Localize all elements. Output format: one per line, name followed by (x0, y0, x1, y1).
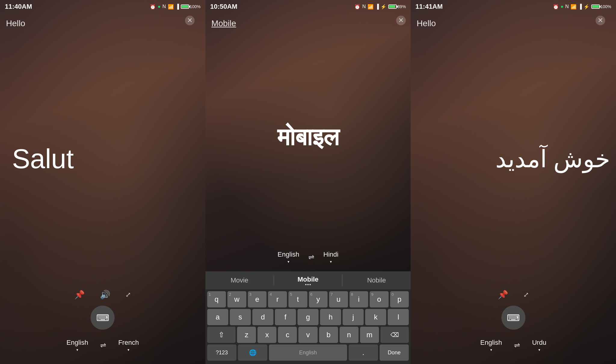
content-inner-mid: 10:50AM ⏰ N 📶 ▐ ⚡ 89% Mobile ✕ (205, 0, 411, 271)
key-t[interactable]: 5t (288, 291, 307, 307)
keyboard-rows: 1q 2w 3e 4r 5t 6y 7u (205, 289, 411, 364)
n-icon: N (162, 4, 166, 9)
key-b[interactable]: b (319, 327, 338, 343)
lang-to-mid[interactable]: Hindi ▾ (323, 251, 338, 264)
content-right: Hello ✕ خوش آمدید (411, 13, 616, 290)
key-j[interactable]: j (343, 309, 364, 325)
key-e[interactable]: 3e (248, 291, 267, 307)
key-v[interactable]: v (298, 327, 317, 343)
whatsapp-icon-right: ● (561, 4, 564, 9)
lang-to-arrow-right: ▾ (538, 348, 540, 352)
swap-icon-right[interactable]: ⇌ (514, 341, 520, 350)
lang-to-left[interactable]: French ▾ (118, 339, 139, 352)
screen-middle: 10:50AM ⏰ N 📶 ▐ ⚡ 89% Mobile ✕ (205, 0, 411, 364)
key-r[interactable]: 4r (268, 291, 287, 307)
n-icon-right: N (565, 4, 569, 9)
lang-from-mid[interactable]: English ▾ (278, 251, 299, 264)
key-s[interactable]: s (230, 309, 251, 325)
key-w[interactable]: 2w (227, 291, 246, 307)
signal-icon-right: ▐ (578, 4, 582, 9)
key-f[interactable]: f (275, 309, 296, 325)
key-d[interactable]: d (252, 309, 273, 325)
suggestions-bar: Movie Mobile Nobile (205, 271, 411, 289)
key-i[interactable]: 8i (350, 291, 368, 307)
lang-from-left[interactable]: English ▾ (66, 339, 88, 352)
key-l[interactable]: l (388, 309, 409, 325)
screen-right: 11:41AM ⏰ ● N 📶 ▐ ⚡ 100% Hello ✕ خوش آمد… (411, 0, 616, 364)
translation-area-left: Salut (6, 28, 199, 290)
key-w-wrap: 2w (227, 291, 246, 307)
keyboard-content: 10:50AM ⏰ N 📶 ▐ ⚡ 89% Mobile ✕ (205, 0, 411, 271)
key-p-wrap: 0p (390, 291, 409, 307)
whatsapp-icon: ● (158, 4, 161, 9)
numbers-key[interactable]: ?123 (207, 344, 237, 361)
globe-key[interactable]: 🌐 (238, 344, 267, 361)
bottom-controls-left: 📌 🔊 ⤢ ⌨ English ▾ ⇌ French ▾ (0, 290, 205, 364)
action-icons-right: 📌 ⤢ (411, 290, 616, 300)
key-a[interactable]: a (207, 309, 228, 325)
signal-icon-mid: ▐ (375, 4, 379, 9)
key-t-wrap: 5t (288, 291, 307, 307)
key-g[interactable]: g (297, 309, 319, 325)
key-z[interactable]: z (237, 327, 256, 343)
sound-icon-left[interactable]: 🔊 (100, 290, 110, 300)
key-h[interactable]: h (320, 309, 341, 325)
space-key[interactable]: English (269, 344, 347, 361)
keyboard-btn-right[interactable]: ⌨ (501, 306, 525, 330)
shift-key[interactable]: ⇧ (207, 327, 236, 343)
status-bar-mid: 10:50AM ⏰ N 📶 ▐ ⚡ 89% (205, 0, 411, 13)
translated-text-left: Salut (12, 143, 74, 174)
key-row-4: ?123 🌐 English . Done (207, 344, 409, 361)
key-o[interactable]: 9o (370, 291, 389, 307)
battery-right: 100% (591, 4, 611, 9)
status-icons-left: ⏰ ● N 📶 ▐ 100% (150, 4, 200, 10)
pin-icon-right[interactable]: 📌 (498, 290, 508, 300)
key-m[interactable]: m (360, 327, 379, 343)
done-key[interactable]: Done (380, 344, 409, 361)
key-u[interactable]: 7u (329, 291, 348, 307)
bolt-icon-mid: ⚡ (380, 4, 387, 10)
pin-icon-left[interactable]: 📌 (74, 290, 85, 300)
key-p[interactable]: 0p (390, 291, 409, 307)
key-x[interactable]: x (257, 327, 276, 343)
word-label-right: Hello (417, 19, 436, 28)
signal-icon: ▐ (176, 4, 179, 9)
key-y-wrap: 6y (309, 291, 328, 307)
language-bar-right: English ▾ ⇌ Urdu ▾ (411, 336, 616, 358)
suggestion-movie[interactable]: Movie (205, 275, 274, 285)
lang-from-arrow-right: ▾ (490, 348, 492, 352)
lang-to-right[interactable]: Urdu ▾ (532, 339, 547, 352)
lang-from-right[interactable]: English ▾ (480, 339, 502, 352)
key-c[interactable]: c (278, 327, 297, 343)
translation-area-right: خوش آمدید (417, 28, 610, 290)
key-row-1: 1q 2w 3e 4r 5t 6y 7u (207, 291, 409, 307)
suggestion-nobile[interactable]: Nobile (342, 275, 411, 285)
status-bar-right: 11:41AM ⏰ ● N 📶 ▐ ⚡ 100% (411, 0, 616, 13)
key-y[interactable]: 6y (309, 291, 328, 307)
key-row-2: a s d f g h j k l (207, 309, 409, 325)
close-btn-left[interactable]: ✕ (185, 16, 195, 25)
translated-text-mid: मोबाइल (277, 123, 339, 151)
word-label-mid: Mobile (211, 19, 236, 28)
bolt-icon-right: ⚡ (584, 4, 590, 10)
swap-icon-left[interactable]: ⇌ (100, 341, 106, 350)
key-k[interactable]: k (365, 309, 386, 325)
swap-icon-mid[interactable]: ⇌ (308, 253, 314, 261)
status-time-right: 11:41AM (415, 3, 442, 11)
key-r-wrap: 4r (268, 291, 287, 307)
key-q[interactable]: 1q (207, 291, 226, 307)
backspace-key[interactable]: ⌫ (380, 327, 409, 343)
keyboard-btn-left[interactable]: ⌨ (91, 306, 115, 330)
lang-to-arrow-mid: ▾ (330, 260, 332, 264)
period-key[interactable]: . (349, 344, 378, 361)
key-n[interactable]: n (340, 327, 359, 343)
wifi-icon-right: 📶 (571, 4, 577, 10)
keyboard-area: Movie Mobile Nobile 1q 2w 3e (205, 271, 411, 364)
expand-icon-right[interactable]: ⤢ (523, 291, 529, 299)
close-btn-right[interactable]: ✕ (596, 16, 605, 25)
wifi-icon: 📶 (168, 4, 174, 10)
close-btn-mid[interactable]: ✕ (396, 16, 406, 25)
status-time-mid: 10:50AM (210, 3, 237, 11)
expand-icon-left[interactable]: ⤢ (125, 291, 131, 299)
content-left: Hello ✕ Salut (0, 13, 205, 290)
